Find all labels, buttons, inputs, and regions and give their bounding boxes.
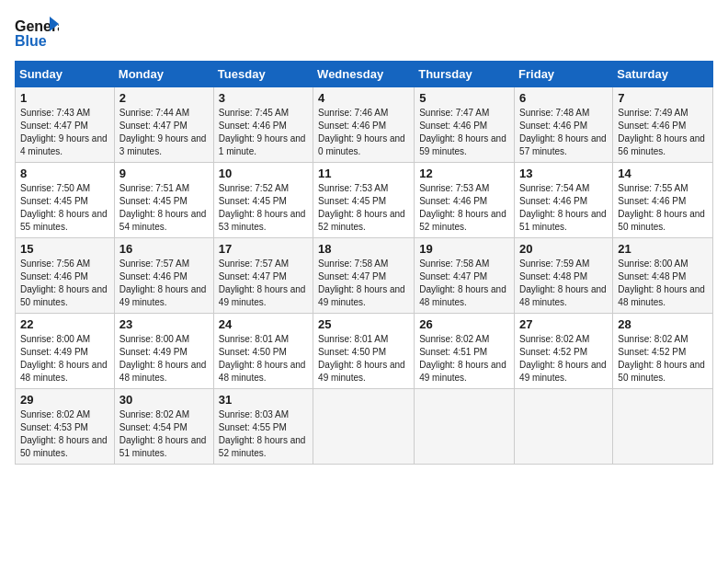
day-info: Sunrise: 7:59 AMSunset: 4:48 PMDaylight:…	[519, 259, 607, 307]
calendar-cell-w4d2: 23Sunrise: 8:00 AMSunset: 4:49 PMDayligh…	[114, 314, 213, 389]
day-number: 10	[219, 167, 308, 180]
day-info: Sunrise: 7:57 AMSunset: 4:47 PMDaylight:…	[219, 259, 306, 307]
column-header-tuesday: Tuesday	[213, 62, 313, 87]
day-number: 5	[419, 91, 509, 105]
day-number: 1	[20, 91, 109, 105]
column-header-saturday: Saturday	[613, 62, 713, 87]
calendar-cell-w1d5: 5Sunrise: 7:47 AMSunset: 4:46 PMDaylight…	[415, 87, 515, 163]
logo-icon: General Blue	[15, 15, 59, 50]
day-info: Sunrise: 8:02 AMSunset: 4:51 PMDaylight:…	[419, 334, 506, 383]
day-number: 19	[419, 242, 509, 256]
day-number: 26	[419, 317, 509, 331]
calendar-cell-w2d4: 11Sunrise: 7:53 AMSunset: 4:45 PMDayligh…	[313, 163, 415, 238]
day-number: 31	[219, 393, 308, 407]
calendar-cell-w1d6: 6Sunrise: 7:48 AMSunset: 4:46 PMDaylight…	[515, 87, 613, 163]
day-number: 2	[119, 91, 209, 105]
day-number: 27	[519, 317, 608, 331]
day-number: 12	[419, 167, 509, 180]
day-number: 21	[618, 242, 708, 256]
day-number: 4	[318, 91, 409, 105]
svg-text:Blue: Blue	[15, 33, 47, 49]
week-row-3: 15Sunrise: 7:56 AMSunset: 4:46 PMDayligh…	[16, 238, 713, 314]
calendar-cell-w1d2: 2Sunrise: 7:44 AMSunset: 4:47 PMDaylight…	[114, 87, 213, 163]
column-header-sunday: Sunday	[16, 62, 115, 87]
day-number: 3	[219, 91, 308, 105]
calendar-cell-w5d5	[415, 389, 515, 465]
calendar-cell-w2d7: 14Sunrise: 7:55 AMSunset: 4:46 PMDayligh…	[613, 163, 713, 238]
day-info: Sunrise: 8:00 AMSunset: 4:49 PMDaylight:…	[20, 334, 108, 383]
day-info: Sunrise: 8:02 AMSunset: 4:52 PMDaylight:…	[618, 334, 705, 383]
day-number: 24	[219, 317, 308, 331]
calendar-cell-w4d7: 28Sunrise: 8:02 AMSunset: 4:52 PMDayligh…	[613, 314, 713, 389]
column-header-wednesday: Wednesday	[313, 62, 415, 87]
day-number: 29	[20, 393, 109, 407]
calendar-cell-w4d6: 27Sunrise: 8:02 AMSunset: 4:52 PMDayligh…	[515, 314, 613, 389]
calendar-cell-w2d6: 13Sunrise: 7:54 AMSunset: 4:46 PMDayligh…	[515, 163, 613, 238]
day-number: 20	[519, 242, 608, 256]
calendar-cell-w2d3: 10Sunrise: 7:52 AMSunset: 4:45 PMDayligh…	[213, 163, 313, 238]
column-header-monday: Monday	[114, 62, 213, 87]
column-header-friday: Friday	[515, 62, 613, 87]
day-info: Sunrise: 7:53 AMSunset: 4:45 PMDaylight:…	[318, 183, 405, 232]
calendar-cell-w3d6: 20Sunrise: 7:59 AMSunset: 4:48 PMDayligh…	[515, 238, 613, 314]
day-number: 23	[119, 317, 209, 331]
calendar-cell-w5d1: 29Sunrise: 8:02 AMSunset: 4:53 PMDayligh…	[16, 389, 115, 465]
calendar-cell-w2d2: 9Sunrise: 7:51 AMSunset: 4:45 PMDaylight…	[114, 163, 213, 238]
day-number: 13	[519, 167, 608, 180]
day-info: Sunrise: 7:49 AMSunset: 4:46 PMDaylight:…	[618, 108, 705, 156]
calendar-cell-w4d5: 26Sunrise: 8:02 AMSunset: 4:51 PMDayligh…	[415, 314, 515, 389]
week-row-4: 22Sunrise: 8:00 AMSunset: 4:49 PMDayligh…	[16, 314, 713, 389]
calendar-cell-w5d6	[515, 389, 613, 465]
day-number: 7	[618, 91, 708, 105]
calendar-table: SundayMondayTuesdayWednesdayThursdayFrid…	[15, 61, 713, 465]
day-info: Sunrise: 7:47 AMSunset: 4:46 PMDaylight:…	[419, 108, 506, 156]
column-headers: SundayMondayTuesdayWednesdayThursdayFrid…	[16, 62, 713, 87]
day-number: 14	[618, 167, 708, 180]
calendar-cell-w3d5: 19Sunrise: 7:58 AMSunset: 4:47 PMDayligh…	[415, 238, 515, 314]
day-info: Sunrise: 7:54 AMSunset: 4:46 PMDaylight:…	[519, 183, 607, 232]
day-number: 18	[318, 242, 409, 256]
day-info: Sunrise: 8:01 AMSunset: 4:50 PMDaylight:…	[219, 334, 306, 383]
calendar-cell-w4d1: 22Sunrise: 8:00 AMSunset: 4:49 PMDayligh…	[16, 314, 115, 389]
day-info: Sunrise: 7:56 AMSunset: 4:46 PMDaylight:…	[20, 259, 108, 307]
calendar-cell-w3d7: 21Sunrise: 8:00 AMSunset: 4:48 PMDayligh…	[613, 238, 713, 314]
calendar-cell-w1d7: 7Sunrise: 7:49 AMSunset: 4:46 PMDaylight…	[613, 87, 713, 163]
day-number: 28	[618, 317, 708, 331]
day-info: Sunrise: 7:45 AMSunset: 4:46 PMDaylight:…	[219, 108, 306, 156]
day-info: Sunrise: 7:44 AMSunset: 4:47 PMDaylight:…	[119, 108, 207, 156]
day-info: Sunrise: 8:01 AMSunset: 4:50 PMDaylight:…	[318, 334, 405, 383]
day-number: 22	[20, 317, 109, 331]
calendar-cell-w2d1: 8Sunrise: 7:50 AMSunset: 4:45 PMDaylight…	[16, 163, 115, 238]
day-info: Sunrise: 7:43 AMSunset: 4:47 PMDaylight:…	[20, 108, 108, 156]
day-info: Sunrise: 8:03 AMSunset: 4:55 PMDaylight:…	[219, 409, 306, 458]
calendar-cell-w4d4: 25Sunrise: 8:01 AMSunset: 4:50 PMDayligh…	[313, 314, 415, 389]
calendar-cell-w3d2: 16Sunrise: 7:57 AMSunset: 4:46 PMDayligh…	[114, 238, 213, 314]
calendar-cell-w5d2: 30Sunrise: 8:02 AMSunset: 4:54 PMDayligh…	[114, 389, 213, 465]
day-number: 15	[20, 242, 109, 256]
day-number: 30	[119, 393, 209, 407]
day-info: Sunrise: 8:00 AMSunset: 4:49 PMDaylight:…	[119, 334, 207, 383]
day-info: Sunrise: 7:52 AMSunset: 4:45 PMDaylight:…	[219, 183, 306, 232]
day-info: Sunrise: 8:02 AMSunset: 4:54 PMDaylight:…	[119, 409, 207, 458]
day-info: Sunrise: 8:02 AMSunset: 4:52 PMDaylight:…	[519, 334, 607, 383]
calendar-cell-w2d5: 12Sunrise: 7:53 AMSunset: 4:46 PMDayligh…	[415, 163, 515, 238]
calendar-cell-w1d3: 3Sunrise: 7:45 AMSunset: 4:46 PMDaylight…	[213, 87, 313, 163]
day-number: 9	[119, 167, 209, 180]
day-number: 25	[318, 317, 409, 331]
calendar-cell-w4d3: 24Sunrise: 8:01 AMSunset: 4:50 PMDayligh…	[213, 314, 313, 389]
calendar-cell-w3d4: 18Sunrise: 7:58 AMSunset: 4:47 PMDayligh…	[313, 238, 415, 314]
column-header-thursday: Thursday	[415, 62, 515, 87]
day-info: Sunrise: 7:57 AMSunset: 4:46 PMDaylight:…	[119, 259, 207, 307]
day-info: Sunrise: 7:48 AMSunset: 4:46 PMDaylight:…	[519, 108, 607, 156]
day-number: 11	[318, 167, 409, 180]
day-number: 16	[119, 242, 209, 256]
week-row-1: 1Sunrise: 7:43 AMSunset: 4:47 PMDaylight…	[16, 87, 713, 163]
day-info: Sunrise: 7:53 AMSunset: 4:46 PMDaylight:…	[419, 183, 506, 232]
day-info: Sunrise: 7:51 AMSunset: 4:45 PMDaylight:…	[119, 183, 207, 232]
calendar-cell-w3d3: 17Sunrise: 7:57 AMSunset: 4:47 PMDayligh…	[213, 238, 313, 314]
calendar-cell-w5d4	[313, 389, 415, 465]
page-header: General Blue	[15, 15, 713, 50]
week-row-5: 29Sunrise: 8:02 AMSunset: 4:53 PMDayligh…	[16, 389, 713, 465]
calendar-cell-w5d3: 31Sunrise: 8:03 AMSunset: 4:55 PMDayligh…	[213, 389, 313, 465]
calendar-cell-w5d7	[613, 389, 713, 465]
